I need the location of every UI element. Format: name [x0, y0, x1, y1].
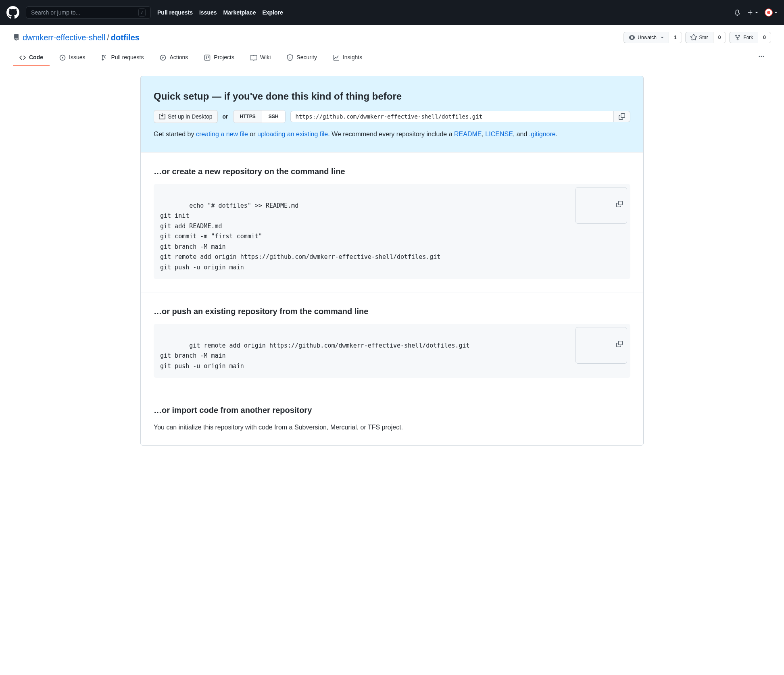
https-toggle[interactable]: HTTPS	[234, 110, 262, 123]
unwatch-label: Unwatch	[638, 34, 657, 41]
search-box[interactable]: /	[26, 6, 151, 19]
push-repo-code: git remote add origin https://github.com…	[154, 324, 630, 378]
svg-point-5	[759, 56, 760, 57]
global-nav: Pull requests Issues Marketplace Explore	[157, 8, 283, 17]
create-repo-code: echo "# dotfiles" >> README.md git init …	[154, 184, 630, 279]
tab-pull-requests[interactable]: Pull requests	[95, 50, 150, 66]
github-logo-icon[interactable]	[6, 6, 19, 19]
ssh-toggle[interactable]: SSH	[262, 110, 285, 123]
tab-insights-label: Insights	[343, 53, 362, 62]
import-title: …or import code from another repository	[154, 404, 630, 416]
tab-projects[interactable]: Projects	[198, 50, 241, 66]
svg-rect-2	[205, 55, 210, 60]
import-description: You can initialize this repository with …	[154, 423, 630, 432]
tab-security[interactable]: Security	[280, 50, 323, 66]
tab-issues-label: Issues	[69, 53, 85, 62]
slash-key-hint: /	[138, 8, 146, 17]
star-button[interactable]: Star	[685, 32, 713, 43]
svg-rect-4	[290, 58, 290, 59]
tab-insights[interactable]: Insights	[327, 50, 369, 66]
search-input[interactable]	[31, 9, 138, 16]
push-code-text: git remote add origin https://github.com…	[160, 342, 470, 370]
tab-projects-label: Projects	[214, 53, 234, 62]
link-new-file[interactable]: creating a new file	[196, 131, 248, 138]
setup-desktop-button[interactable]: Set up in Desktop	[154, 110, 218, 123]
create-repo-title: …or create a new repository on the comma…	[154, 165, 630, 177]
link-gitignore[interactable]: .gitignore	[529, 131, 556, 138]
repo-header: dwmkerr-effective-shell / dotfiles Unwat…	[0, 25, 784, 44]
protocol-toggle: HTTPS SSH	[233, 110, 286, 123]
copy-push-code-button[interactable]	[575, 327, 627, 364]
svg-point-6	[761, 56, 762, 57]
quick-setup-description: Get started by creating a new file or up…	[154, 129, 630, 139]
create-repo-section: …or create a new repository on the comma…	[141, 152, 643, 292]
watch-count[interactable]: 1	[669, 32, 682, 43]
tab-actions-label: Actions	[169, 53, 188, 62]
fork-count[interactable]: 0	[758, 32, 771, 43]
nav-explore[interactable]: Explore	[262, 8, 283, 17]
quick-setup-header: Quick setup — if you've done this kind o…	[141, 76, 643, 152]
setup-desktop-label: Set up in Desktop	[168, 112, 213, 121]
tab-wiki[interactable]: Wiki	[244, 50, 277, 66]
copy-url-button[interactable]	[614, 111, 630, 122]
copy-create-code-button[interactable]	[575, 187, 627, 224]
user-avatar[interactable]	[765, 8, 778, 17]
star-count[interactable]: 0	[713, 32, 726, 43]
tab-actions[interactable]: Actions	[153, 50, 194, 66]
push-repo-title: …or push an existing repository from the…	[154, 305, 630, 317]
link-readme[interactable]: README	[454, 131, 482, 138]
repo-tabs: Code Issues Pull requests Actions Projec…	[0, 50, 784, 66]
path-separator: /	[107, 31, 109, 44]
svg-point-0	[62, 57, 63, 58]
svg-point-3	[290, 56, 290, 57]
tab-code-label: Code	[29, 53, 43, 62]
unwatch-button[interactable]: Unwatch	[623, 32, 669, 43]
tab-code[interactable]: Code	[13, 50, 50, 66]
repo-owner-link[interactable]: dwmkerr-effective-shell	[23, 31, 105, 44]
tab-wiki-label: Wiki	[260, 53, 271, 62]
nav-marketplace[interactable]: Marketplace	[223, 8, 256, 17]
header-right	[734, 8, 778, 17]
repo-actions: Unwatch 1 Star 0 Fork 0	[623, 32, 771, 43]
or-text: or	[223, 112, 228, 121]
create-code-text: echo "# dotfiles" >> README.md git init …	[160, 202, 440, 271]
create-new-icon[interactable]	[747, 9, 758, 16]
global-header: / Pull requests Issues Marketplace Explo…	[0, 0, 784, 25]
push-repo-section: …or push an existing repository from the…	[141, 292, 643, 391]
tab-pr-label: Pull requests	[111, 53, 144, 62]
fork-label: Fork	[743, 34, 753, 41]
nav-issues[interactable]: Issues	[199, 8, 217, 17]
quick-setup-title: Quick setup — if you've done this kind o…	[154, 89, 630, 104]
import-section: …or import code from another repository …	[141, 391, 643, 445]
link-license[interactable]: LICENSE	[485, 131, 513, 138]
fork-button[interactable]: Fork	[729, 32, 758, 43]
main-container: Quick setup — if you've done this kind o…	[134, 66, 650, 455]
repo-name-link[interactable]: dotfiles	[111, 31, 140, 44]
quick-setup-box: Quick setup — if you've done this kind o…	[140, 76, 644, 446]
tab-issues[interactable]: Issues	[53, 50, 92, 66]
star-label: Star	[699, 34, 708, 41]
notifications-icon[interactable]	[734, 9, 740, 16]
link-upload-file[interactable]: uploading an existing file	[257, 131, 328, 138]
clone-url-input[interactable]	[290, 111, 614, 122]
svg-point-7	[763, 56, 764, 57]
more-tabs-icon[interactable]	[752, 50, 771, 66]
tab-security-label: Security	[296, 53, 317, 62]
nav-pull-requests[interactable]: Pull requests	[157, 8, 193, 17]
repo-title: dwmkerr-effective-shell / dotfiles	[13, 31, 623, 44]
